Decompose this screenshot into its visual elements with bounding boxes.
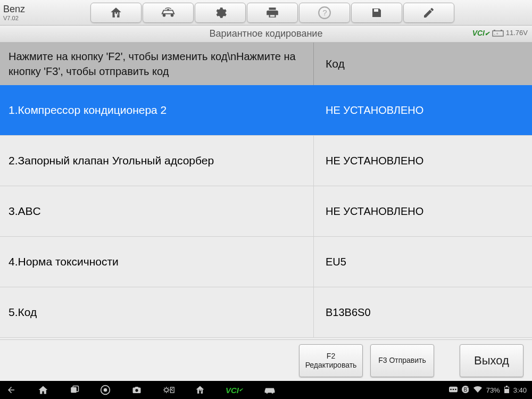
table-row[interactable]: 4.Норма токсичностиEU5 bbox=[0, 237, 532, 287]
voltage-indicator: - + 11.76V bbox=[492, 29, 528, 37]
battery-percent: 73% bbox=[486, 386, 500, 394]
svg-rect-26 bbox=[505, 387, 509, 389]
svg-point-14 bbox=[135, 389, 138, 392]
sub-header: Вариантное кодирование VCI✔ - + 11.76V bbox=[0, 26, 532, 43]
row-label: 3.ABC bbox=[0, 186, 314, 236]
wifi-icon bbox=[473, 386, 482, 394]
svg-point-20 bbox=[452, 388, 454, 390]
row-label: 5.Код bbox=[0, 287, 314, 337]
status-icons: BT 73% 3:40 bbox=[449, 386, 527, 395]
battery-icon bbox=[504, 386, 509, 395]
brightness-icon[interactable] bbox=[163, 385, 174, 395]
svg-text:M: M bbox=[114, 11, 119, 16]
home-icon[interactable] bbox=[37, 385, 49, 395]
svg-text:- +: - + bbox=[494, 32, 498, 36]
f3-send-button[interactable]: F3 Отправить bbox=[370, 344, 434, 377]
svg-point-13 bbox=[104, 388, 107, 392]
row-value: B13B6S0 bbox=[314, 287, 532, 337]
exit-button[interactable]: Выход bbox=[460, 344, 523, 377]
header-code: Код bbox=[314, 43, 532, 85]
action-bar: F2 Редактировать F3 Отправить Выход bbox=[0, 339, 532, 381]
svg-text:BT: BT bbox=[463, 387, 469, 393]
table-header: Нажмите на кнопку 'F2', чтобы изменить к… bbox=[0, 43, 532, 85]
recent-icon[interactable] bbox=[69, 385, 80, 395]
settings-button[interactable] bbox=[195, 3, 246, 23]
toolbar-buttons: M ? bbox=[90, 3, 455, 23]
row-label: 1.Компрессор кондиционера 2 bbox=[0, 85, 314, 135]
svg-rect-25 bbox=[506, 386, 508, 387]
edit-button[interactable] bbox=[403, 3, 454, 23]
f2-edit-button[interactable]: F2 Редактировать bbox=[299, 344, 363, 377]
table-row[interactable]: 3.ABCНЕ УСТАНОВЛЕНО bbox=[0, 186, 532, 237]
row-value: НЕ УСТАНОВЛЕНО bbox=[314, 85, 532, 135]
table-row[interactable]: 1.Компрессор кондиционера 2НЕ УСТАНОВЛЕН… bbox=[0, 85, 532, 136]
home-button[interactable]: M bbox=[90, 3, 142, 23]
row-value: НЕ УСТАНОВЛЕНО bbox=[314, 186, 532, 236]
header-instruction: Нажмите на кнопку 'F2', чтобы изменить к… bbox=[0, 43, 314, 85]
clock: 3:40 bbox=[513, 386, 527, 394]
svg-point-21 bbox=[455, 388, 456, 390]
row-value: НЕ УСТАНОВЛЕНО bbox=[314, 136, 532, 186]
svg-point-3 bbox=[167, 9, 169, 11]
help-button[interactable]: ? bbox=[299, 3, 350, 23]
svg-rect-8 bbox=[501, 30, 502, 31]
chrome-icon[interactable] bbox=[100, 385, 111, 395]
save-button[interactable] bbox=[351, 3, 402, 23]
table-row[interactable]: 5.КодB13B6S0 bbox=[0, 287, 532, 338]
car-icon[interactable] bbox=[263, 386, 276, 394]
svg-text:?: ? bbox=[322, 8, 327, 17]
table-row[interactable]: 2.Запорный клапан Угольный адсорберНЕ УС… bbox=[0, 136, 532, 186]
svg-point-15 bbox=[164, 388, 168, 392]
android-nav-bar: M VCI✔ BT 73% 3:40 bbox=[0, 381, 532, 399]
top-toolbar: Benz V7.02 M ? bbox=[0, 0, 532, 26]
vci-indicator: VCI✔ bbox=[472, 29, 489, 37]
svg-text:M: M bbox=[199, 389, 202, 393]
row-label: 2.Запорный клапан Угольный адсорбер bbox=[0, 136, 314, 186]
row-label: 4.Норма токсичности bbox=[0, 237, 314, 287]
svg-point-19 bbox=[450, 388, 452, 390]
app-version: V7.02 bbox=[3, 15, 90, 21]
print-button[interactable] bbox=[247, 3, 298, 23]
svg-rect-7 bbox=[494, 30, 495, 31]
car-battery-icon: - + bbox=[492, 29, 504, 37]
vci-nav-icon[interactable]: VCI✔ bbox=[226, 386, 243, 395]
m-home-icon[interactable]: M bbox=[195, 385, 205, 395]
app-title: Benz bbox=[3, 4, 90, 15]
camera-icon[interactable] bbox=[131, 385, 143, 395]
notification-icon bbox=[449, 386, 458, 394]
bt-icon: BT bbox=[462, 386, 469, 395]
app-title-box: Benz V7.02 bbox=[0, 4, 90, 21]
coding-table: Нажмите на кнопку 'F2', чтобы изменить к… bbox=[0, 43, 532, 339]
back-icon[interactable] bbox=[5, 385, 17, 395]
page-title: Вариантное кодирование bbox=[210, 28, 323, 39]
vehicle-button[interactable] bbox=[143, 3, 194, 23]
row-value: EU5 bbox=[314, 237, 532, 287]
